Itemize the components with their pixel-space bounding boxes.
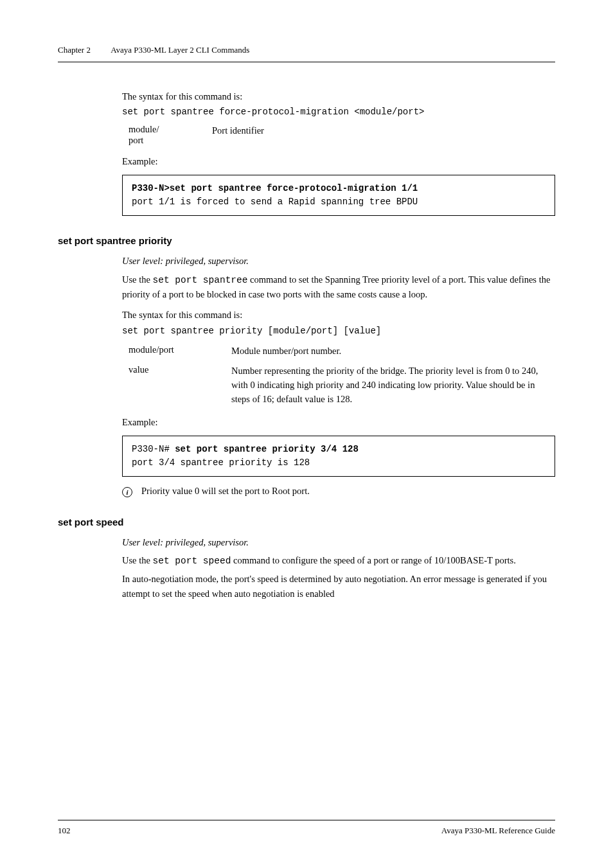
chapter-title: Avaya P330-ML Layer 2 CLI Commands (111, 45, 249, 55)
example-output: P330-N>set port spantree force-protocol-… (122, 175, 555, 216)
desc-pre: Use the (122, 274, 153, 285)
block-continued: The syntax for this command is: set port… (122, 89, 555, 216)
command-description: Use the set port spantree command to set… (122, 272, 555, 302)
chapter-label: Chapter 2 (58, 45, 91, 55)
example-label: Example: (122, 156, 555, 167)
param-name: module/port (129, 344, 231, 359)
example-line: P330-N# set port spantree priority 3/4 1… (132, 443, 546, 456)
syntax-intro: The syntax for this command is: (122, 308, 555, 322)
note-text: Priority value 0 will set the port to Ro… (141, 486, 310, 497)
desc-pre: Use the (122, 555, 153, 565)
command-description: Use the set port speed command to config… (122, 553, 555, 568)
param-name: module/ port (129, 124, 212, 146)
example-result: port 3/4 spantree priority is 128 (132, 456, 546, 470)
prompt: P330-N# (132, 444, 175, 454)
param-name: value (129, 364, 231, 406)
syntax-code: set port spantree force-protocol-migrati… (122, 106, 555, 119)
section-body-priority: User level: privileged, supervisor. Use … (122, 254, 555, 497)
page-header: Chapter 2 Avaya P330-ML Layer 2 CLI Comm… (58, 45, 555, 62)
desc-post: command to configure the speed of a port… (231, 555, 516, 565)
example-label: Example: (122, 417, 555, 428)
user-level: User level: privileged, supervisor. (122, 535, 555, 549)
param-row: module/ port Port identifier (129, 124, 555, 146)
param-row: module/port Module number/port number. (129, 344, 555, 359)
guide-title: Avaya P330-ML Reference Guide (441, 826, 555, 836)
param-desc: Module number/port number. (231, 344, 555, 359)
user-level: User level: privileged, supervisor. (122, 254, 555, 268)
desc-code: set port spantree (153, 275, 248, 285)
param-desc: Port identifier (212, 124, 555, 146)
desc-code: set port speed (153, 556, 231, 566)
param-desc: Number representing the priority of the … (231, 364, 555, 406)
note-row: i Priority value 0 will set the port to … (122, 486, 555, 497)
syntax-code: set port spantree priority [module/port]… (122, 325, 555, 338)
section-heading-priority: set port spantree priority (58, 235, 555, 246)
section-body-speed: User level: privileged, supervisor. Use … (122, 535, 555, 601)
section-heading-speed: set port speed (58, 517, 555, 527)
example-output: P330-N# set port spantree priority 3/4 1… (122, 436, 555, 477)
command-description-2: In auto-negotiation mode, the port's spe… (122, 572, 555, 601)
page-footer: 102 Avaya P330-ML Reference Guide (58, 820, 555, 836)
example-result: port 1/1 is forced to send a Rapid spann… (132, 195, 546, 209)
info-icon: i (122, 487, 132, 497)
page-number: 102 (58, 826, 71, 836)
param-row: value Number representing the priority o… (129, 364, 555, 406)
example-command: P330-N>set port spantree force-protocol-… (132, 182, 546, 195)
example-command: set port spantree priority 3/4 128 (175, 444, 359, 454)
syntax-intro: The syntax for this command is: (122, 89, 555, 103)
